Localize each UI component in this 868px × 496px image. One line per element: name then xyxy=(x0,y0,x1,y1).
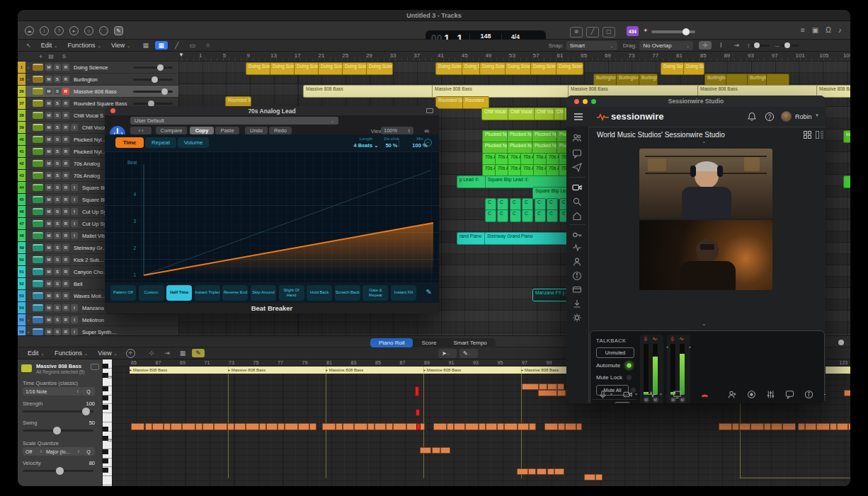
midi-note[interactable] xyxy=(266,423,278,430)
region[interactable] xyxy=(843,175,850,188)
toolbar-phone-icon[interactable] xyxy=(700,390,709,399)
record-enable-button[interactable]: R xyxy=(62,304,69,311)
region[interactable]: Doing Scien xyxy=(342,62,369,75)
toolbar-faders-icon[interactable] xyxy=(766,390,775,399)
pattern-instant-triplet[interactable]: Instant Triplet xyxy=(195,285,220,301)
record-enable-button[interactable]: R xyxy=(62,100,69,107)
region[interactable]: C xyxy=(485,209,496,222)
region[interactable]: Doing Scien xyxy=(661,62,685,75)
mute-button[interactable]: M xyxy=(45,292,52,299)
midi-note[interactable] xyxy=(386,423,393,430)
midi-note[interactable] xyxy=(195,423,202,430)
input-monitor-button[interactable]: I xyxy=(71,328,78,335)
mute-button[interactable]: M xyxy=(45,316,52,323)
record-enable-button[interactable]: R xyxy=(62,328,69,335)
midi-note[interactable] xyxy=(544,423,558,430)
solo-button[interactable]: S xyxy=(54,76,61,83)
midi-note[interactable] xyxy=(732,423,739,430)
window-mode-icon[interactable] xyxy=(426,108,433,113)
mode-button-2[interactable]: ▢ xyxy=(603,27,615,38)
piano-keys[interactable]: C3C2 xyxy=(103,359,112,486)
plugin-graph[interactable]: Beat 1234 xyxy=(105,151,439,282)
midi-note[interactable] xyxy=(420,447,431,454)
solo-button[interactable]: S xyxy=(54,220,61,227)
midi-note[interactable] xyxy=(750,423,764,430)
pattern-scratch-back[interactable]: Scratch Back xyxy=(335,285,360,301)
solo-button[interactable]: S xyxy=(54,112,61,119)
input-monitor-button[interactable]: I xyxy=(71,304,78,311)
mute-button[interactable]: M xyxy=(45,268,52,275)
pr-region-header[interactable]: ▸ Massive 808 Bass xyxy=(326,367,424,374)
midi-note[interactable] xyxy=(246,423,259,430)
midi-in-icon[interactable]: ▦ xyxy=(176,349,189,357)
collapse-up-icon[interactable]: ⌃ xyxy=(702,141,707,147)
sidebar-person-icon[interactable] xyxy=(572,257,582,267)
paste-button[interactable]: Paste xyxy=(215,127,239,134)
midi-note[interactable] xyxy=(844,390,850,396)
mute-button[interactable]: M xyxy=(45,172,52,179)
region[interactable]: Doing Scien xyxy=(435,62,464,75)
mute-button[interactable]: M xyxy=(45,220,52,227)
media-icon[interactable]: ♪ xyxy=(838,26,842,34)
strength-slider[interactable] xyxy=(23,410,93,413)
mute-button[interactable]: M xyxy=(45,244,52,251)
h-zoom-slider[interactable] xyxy=(781,45,799,47)
bar-ruler[interactable]: 1591317212529333741454953576165697377818… xyxy=(178,52,850,62)
pr-menu-edit[interactable]: Edit ⌄ xyxy=(28,350,45,357)
midi-note[interactable] xyxy=(214,423,227,430)
midi-note[interactable] xyxy=(518,423,529,430)
mute-button[interactable]: M xyxy=(45,88,52,95)
automation-icon[interactable]: ╱ xyxy=(171,41,183,50)
sidebar-card-icon[interactable] xyxy=(572,284,582,294)
region[interactable]: C xyxy=(497,198,508,211)
add-track-icon[interactable]: + xyxy=(39,53,42,60)
region[interactable]: Rounded xyxy=(462,96,489,109)
close-button[interactable] xyxy=(574,99,579,104)
region[interactable]: Chill Vocal S xyxy=(481,108,510,120)
midi-note[interactable] xyxy=(595,474,603,480)
midi-note[interactable] xyxy=(322,423,336,430)
pattern-slight-of-hand[interactable]: Slight Of Hand xyxy=(279,285,304,301)
video-feed-local[interactable] xyxy=(639,220,772,290)
sidebar-home-icon[interactable] xyxy=(572,211,582,221)
midi-note[interactable] xyxy=(432,447,440,454)
maximize-button[interactable] xyxy=(591,99,596,104)
solo-button[interactable]: S xyxy=(54,292,61,299)
list-view-icon[interactable] xyxy=(816,131,823,139)
midi-note[interactable] xyxy=(259,423,266,430)
record-enable-button[interactable]: R xyxy=(62,208,69,215)
mute-button[interactable]: M xyxy=(45,148,52,155)
midi-note[interactable] xyxy=(547,383,557,390)
toolbar-info-icon[interactable] xyxy=(804,390,813,399)
toolbar-mic-icon[interactable]: ▼ xyxy=(598,390,613,399)
region[interactable]: Doing Scien xyxy=(246,62,273,75)
record-enable-button[interactable]: R xyxy=(62,64,69,71)
region[interactable]: C xyxy=(485,198,496,211)
mute-button[interactable]: M xyxy=(45,280,52,287)
record-enable-button[interactable]: R xyxy=(62,244,69,251)
region[interactable]: Plucked Nyl xyxy=(507,142,534,154)
user-name[interactable]: Robin xyxy=(795,113,812,120)
scale-type-dropdown[interactable]: Major (Io…⇕ xyxy=(43,447,83,456)
solo-button[interactable]: S xyxy=(54,64,61,71)
toolbar-monitor-icon[interactable] xyxy=(673,390,682,399)
record-enable-button[interactable]: R xyxy=(62,268,69,275)
text-tool-icon[interactable]: Ⅰ xyxy=(714,41,727,50)
region-view-icon[interactable]: ▦ xyxy=(155,41,168,50)
brush-tool-icon[interactable]: ✎ xyxy=(192,349,205,357)
midi-note[interactable] xyxy=(479,423,486,430)
unmuted-button[interactable]: Unmuted xyxy=(596,347,634,358)
pattern-edit-icon[interactable]: ✎ xyxy=(426,288,432,296)
pattern-gate-repeat[interactable]: Gate & Repeat xyxy=(362,285,388,301)
record-enable-button[interactable]: R xyxy=(62,316,69,323)
region[interactable]: ked Nyl xyxy=(843,130,850,143)
midi-note[interactable] xyxy=(557,390,566,396)
record-enable-button[interactable]: R xyxy=(62,220,69,227)
region[interactable]: Plucked Nyl xyxy=(482,142,509,154)
mute-button[interactable]: M xyxy=(45,304,52,311)
midi-note[interactable] xyxy=(298,423,309,430)
record-enable-button[interactable]: R xyxy=(62,292,69,299)
crosshair-icon[interactable]: ✛ xyxy=(699,41,712,50)
pr-region-header[interactable]: ▸ Massive 808 Bass xyxy=(228,367,326,374)
midi-note[interactable] xyxy=(830,423,837,430)
